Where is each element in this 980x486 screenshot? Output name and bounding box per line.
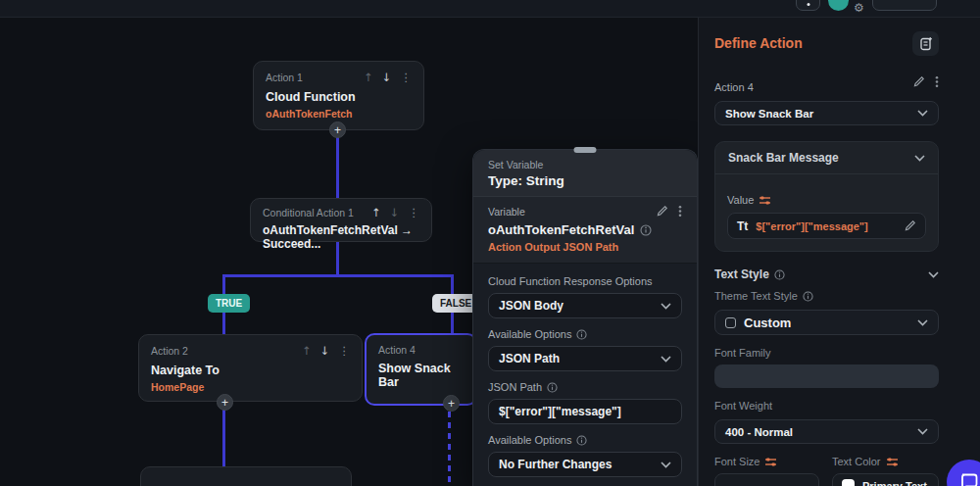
variable-label: Variable [488,206,525,218]
edit-pencil-icon[interactable] [656,205,668,218]
variable-block: Variable oAuthTokenFetchRetVal Action Ou… [473,196,697,264]
response-options-select[interactable]: JSON Body [488,293,682,318]
snack-bar-message-section: Snack Bar Message Value Tt $["error"]["m… [714,141,939,252]
add-action-button[interactable]: + [217,394,233,411]
avatar[interactable] [828,0,849,11]
connector-line [222,274,225,295]
action-node-cloud-function[interactable]: Action 1 ↑ ↓ ⋮ Cloud Function oAuthToken… [253,61,424,130]
action-flow-editor: ⚙ Action 1 ↑ ↓ ⋮ Cloud Function oAuthTok… [0,0,980,486]
chevron-down-icon [917,110,928,117]
select-value: JSON Body [499,299,661,313]
gear-icon[interactable]: ⚙ [854,2,864,14]
font-family-input[interactable] [714,364,939,388]
move-down-icon[interactable]: ↓ [382,71,392,84]
kebab-menu-icon[interactable]: ⋮ [401,71,413,84]
copy-action-button[interactable] [912,31,939,56]
font-size-label: Font Size [714,456,760,467]
checkbox-icon [725,317,736,328]
value-label: Value [727,194,754,206]
info-icon[interactable] [803,291,813,302]
theme-text-style-label: Theme Text Style [714,290,798,302]
move-down-icon[interactable]: ↓ [390,206,400,219]
variable-type: Action Output JSON Path [488,241,682,253]
conditional-action-node[interactable]: Conditional Action 1 ↑ ↓ ⋮ oAuthTokenFet… [250,198,432,242]
help-button[interactable] [796,0,820,11]
connector-line-dashed [448,412,451,486]
field-label: JSON Path [488,381,542,393]
chevron-down-icon [661,462,671,468]
field-label: Available Options [488,434,571,446]
node-title: Navigate To [151,364,350,377]
popover-body: Cloud Function Response Options JSON Bod… [473,264,697,486]
chat-bubble-icon [959,472,979,486]
select-value: Custom [744,316,917,330]
edit-pencil-icon[interactable] [904,219,916,232]
connector-line [222,312,225,335]
add-action-button[interactable]: + [329,122,346,138]
edit-pencil-icon[interactable] [912,75,925,88]
theme-text-style-select[interactable]: Custom [714,310,939,335]
panel-title: Define Action [714,35,803,51]
info-icon[interactable] [576,435,587,446]
kebab-menu-icon[interactable]: ⋮ [339,344,351,358]
info-icon[interactable] [576,329,587,340]
text-color-label: Text Color [832,456,881,467]
variable-name: oAuthTokenFetchRetVal [488,222,634,237]
color-swatch [842,479,855,486]
color-name: Primary Text [862,480,927,486]
settings-sliders-icon[interactable] [886,457,899,467]
text-color-picker[interactable]: Primary Text [832,473,939,486]
info-icon[interactable] [547,382,558,393]
node-label: Action 1 [266,72,303,83]
chevron-down-icon [917,428,928,435]
input-value: $["error"]["message"] [499,405,621,418]
field-label: Cloud Function Response Options [488,275,653,287]
kebab-menu-icon[interactable] [678,205,682,218]
document-add-icon [919,36,933,51]
true-branch-badge: TRUE [208,294,250,313]
action-node-partial[interactable] [140,466,352,486]
available-options-select[interactable]: JSON Path [488,346,682,371]
node-title: Show Snack Bar [378,362,464,389]
settings-sliders-icon[interactable] [764,457,777,467]
action-number-label: Action 4 [714,81,754,93]
move-up-icon[interactable]: ↑ [371,206,381,219]
connector-line [336,130,339,201]
font-size-input[interactable] [714,473,819,486]
kebab-menu-icon[interactable]: ⋮ [409,206,420,219]
node-label: Action 4 [378,344,416,356]
action-type-select[interactable]: Show Snack Bar [714,101,939,125]
move-down-icon[interactable]: ↓ [320,344,330,358]
select-value: JSON Path [499,352,661,365]
font-weight-label: Font Weight [714,400,772,412]
chevron-down-icon[interactable] [928,271,939,278]
popover-header: Set Variable Type: String [473,150,697,196]
info-icon[interactable] [774,269,785,280]
topbar-action-button[interactable] [872,0,937,11]
kebab-menu-icon[interactable] [935,75,939,88]
snack-bar-value-field[interactable]: Tt $["error"]["message"] [727,213,926,239]
further-changes-select[interactable]: No Further Changes [488,452,682,477]
drag-handle[interactable] [574,147,597,153]
popover-title: Type: String [488,173,682,188]
field-label: Available Options [488,328,571,340]
info-icon[interactable] [640,224,652,236]
chevron-down-icon [917,319,928,326]
top-bar: ⚙ [0,0,980,18]
chevron-down-icon [661,303,671,310]
move-up-icon[interactable]: ↑ [364,71,373,84]
select-value: No Further Changes [499,458,661,471]
connector-line [222,410,225,467]
action-node-show-snack-bar[interactable]: Action 4 Show Snack Bar [365,333,477,406]
add-action-button[interactable]: + [443,395,460,412]
action-node-navigate-to[interactable]: Action 2 ↑ ↓ ⋮ Navigate To HomePage [138,334,363,402]
connector-line [451,274,454,295]
connector-line [223,274,454,277]
chevron-down-icon [661,356,671,363]
settings-sliders-icon[interactable] [759,195,771,206]
section-header[interactable]: Snack Bar Message [715,142,938,173]
font-weight-select[interactable]: 400 - Normal [714,419,939,444]
move-up-icon[interactable]: ↑ [302,344,312,358]
node-label: Conditional Action 1 [263,207,354,219]
json-path-input[interactable]: $["error"]["message"] [488,399,682,424]
